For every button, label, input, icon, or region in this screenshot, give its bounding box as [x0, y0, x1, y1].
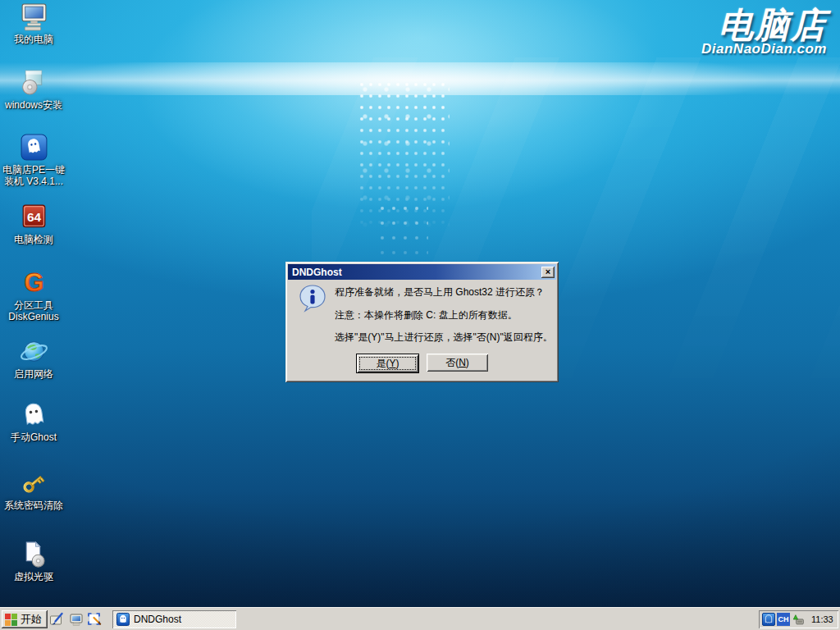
input-language-indicator[interactable]: CH: [777, 613, 790, 626]
dialog-titlebar[interactable]: DNDGhost ×: [288, 264, 556, 280]
ghost-icon: [19, 399, 49, 430]
network-globe-icon: [19, 336, 49, 367]
desktop-icon-windows-install[interactable]: windows安装: [0, 67, 67, 112]
dialog-message-line1: 程序准备就绪，是否马上用 Ghost32 进行还原？: [335, 285, 545, 299]
desktop-wallpaper: 电脑店 DianNaoDian.com 我的电脑 windows安装: [0, 0, 840, 630]
dndghost-dialog: DNDGhost × 程序准备就绪，是否马上用 Ghost32 进行还原？ 注意…: [285, 262, 559, 382]
desktop-icon-pe-one-key-install[interactable]: 电脑店PE一键 装机 V3.4.1...: [0, 132, 67, 188]
no-button[interactable]: 否(N): [427, 354, 488, 372]
desktop-icon-label: 系统密码清除: [4, 500, 63, 512]
dialog-button-row: 是(Y) 否(N): [285, 354, 559, 373]
desktop-icon-label: 虚拟光驱: [14, 572, 53, 583]
dialog-message-line3: 选择"是(Y)"马上进行还原，选择"否(N)"返回程序。: [335, 331, 553, 345]
svg-text:64: 64: [26, 210, 41, 224]
no-button-accelerator: N: [459, 357, 466, 368]
desktop-icon-label: windows安装: [5, 100, 62, 112]
diskgenius-icon: G: [19, 267, 49, 298]
yes-button-label-end: ): [396, 358, 399, 369]
desktop-icon-label: 我的电脑: [14, 34, 53, 46]
start-button[interactable]: 开始: [2, 610, 48, 628]
no-button-label: 否(: [445, 356, 459, 370]
desktop-icon-computer-check[interactable]: 64 电脑检测: [0, 202, 67, 246]
taskbar-task-dndghost[interactable]: DNDGhost: [112, 610, 236, 628]
aida64-icon: 64: [19, 202, 49, 232]
close-icon: ×: [546, 267, 550, 276]
close-button[interactable]: ×: [541, 267, 555, 278]
dialog-message-line2: 注意：本操作将删除 C: 盘上的所有数据。: [335, 308, 518, 322]
screen-capture-icon[interactable]: [87, 612, 102, 627]
start-logo-icon: [5, 614, 17, 626]
desktop-icon-label: 电脑检测: [14, 235, 53, 246]
info-icon: [298, 284, 327, 313]
windows-install-icon: [19, 67, 49, 98]
svg-text:G: G: [24, 268, 43, 297]
desktop-icon-my-computer[interactable]: 我的电脑: [0, 2, 67, 46]
clock: 11:33: [811, 614, 833, 624]
brand-logo-domain: DianNaoDian.com: [701, 41, 827, 57]
start-button-label: 开始: [21, 612, 42, 627]
brand-logo-title: 电脑店: [701, 7, 827, 44]
yes-button-label: 是(: [376, 357, 389, 371]
task-button-label: DNDGhost: [134, 614, 181, 625]
system-tray: CH 11:33: [759, 610, 838, 628]
desktop-icon-diskgenius[interactable]: G 分区工具 DiskGenius: [0, 267, 67, 323]
desktop-icon-label: 启用网络: [14, 369, 53, 381]
key-icon: [19, 468, 49, 498]
desktop-icon-label: 手动Ghost: [11, 432, 57, 444]
desktop-icon-password-clear[interactable]: 系统密码清除: [0, 468, 67, 512]
desktop-icon-label: 电脑店PE一键 装机 V3.4.1...: [2, 165, 65, 188]
desktop-icon-virtual-cdrom[interactable]: 虚拟光驱: [0, 539, 67, 583]
desktop-icon-label: 分区工具 DiskGenius: [8, 300, 58, 323]
no-button-label-end: ): [466, 357, 469, 368]
taskbar: 开始 DNDGhost: [0, 607, 840, 630]
yes-button[interactable]: 是(Y): [356, 354, 419, 373]
show-desktop-icon[interactable]: [49, 612, 64, 627]
ghost-task-icon: [116, 613, 130, 626]
tray-ghost-icon[interactable]: [762, 613, 775, 626]
virtual-cdrom-icon: [19, 539, 49, 569]
brand-logo: 电脑店 DianNaoDian.com: [701, 7, 827, 57]
yes-button-accelerator: Y: [389, 358, 395, 369]
my-computer-icon: [19, 2, 49, 32]
pe-ghost-tile-icon: [19, 132, 49, 162]
dialog-title: DNDGhost: [292, 267, 541, 278]
desktop-icon-enable-network[interactable]: 启用网络: [0, 336, 67, 381]
desktop-icon-manual-ghost[interactable]: 手动Ghost: [0, 399, 67, 444]
remove-hardware-icon[interactable]: [792, 613, 805, 626]
display-icon[interactable]: [69, 612, 84, 627]
